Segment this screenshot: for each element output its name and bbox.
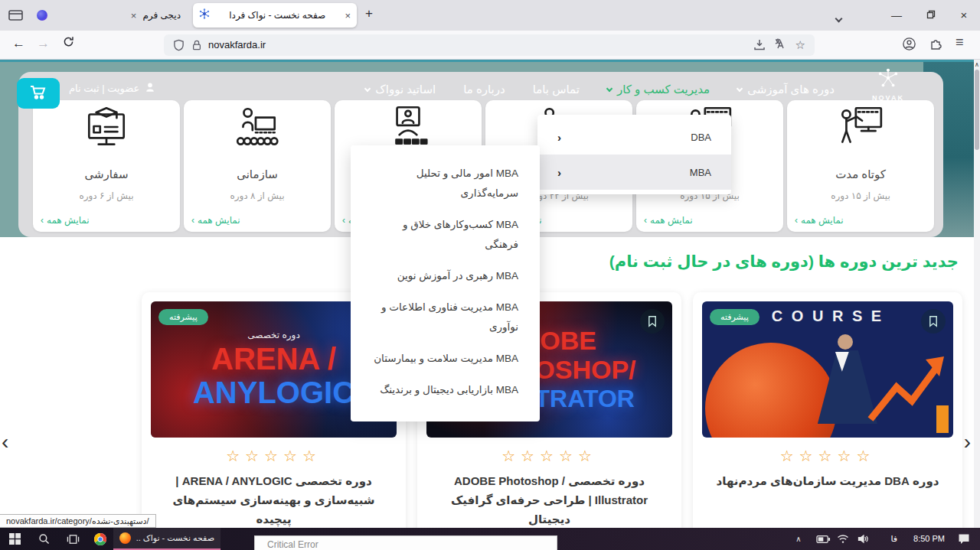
- start-button[interactable]: [5, 531, 24, 547]
- category-card-organizational[interactable]: سازمانی بیش از ۸ دوره ‹ نمایش همه: [184, 100, 331, 232]
- level-badge: پیشرفته: [710, 309, 760, 325]
- growth-arrow-graphic: [866, 341, 950, 436]
- close-tab-icon[interactable]: ×: [131, 10, 137, 21]
- reload-button[interactable]: [63, 36, 74, 51]
- nav-item-courses[interactable]: دوره های آموزشی: [737, 83, 835, 96]
- screen: × دیجی فرم صفحه نخست - نواک فردا × +: [0, 0, 980, 550]
- nav-label: اساتید نوواک: [375, 83, 436, 96]
- nav-item-business-management[interactable]: مدیریت کسب و کار: [607, 83, 710, 96]
- windows-taskbar: صفحه نخست - نواک ... Critical Error ∧ فا: [0, 528, 980, 550]
- battery-icon[interactable]: [813, 531, 833, 547]
- tray-expand-icon[interactable]: ∧: [789, 531, 808, 547]
- course-title[interactable]: دوره DBA مدیریت سازمان‌های مردم‌نهاد: [705, 471, 950, 490]
- chevron-left-icon: ‹: [795, 215, 798, 226]
- carousel-prev-icon[interactable]: ‹: [2, 430, 8, 454]
- shield-icon[interactable]: [173, 39, 185, 54]
- submenu-item[interactable]: MBA بازاریابی دیجیتال و برندینگ: [372, 380, 518, 400]
- tab-novakfarda[interactable]: صفحه نخست - نواک فردا ×: [193, 3, 357, 28]
- notification-center-icon[interactable]: [954, 531, 974, 547]
- back-button[interactable]: ←: [12, 36, 25, 51]
- scrollbar-thumb[interactable]: [975, 70, 979, 150]
- lock-icon[interactable]: [191, 39, 202, 54]
- forward-button[interactable]: →: [37, 36, 50, 51]
- course-title[interactable]: دوره تخصصی ARENA / ANYLOGIC | شبیه‌سازی …: [154, 471, 394, 528]
- search-icon[interactable]: [34, 531, 54, 547]
- firefox-view-icon[interactable]: [8, 8, 28, 22]
- account-icon[interactable]: [902, 37, 916, 54]
- star-rating[interactable]: ☆☆☆☆☆: [417, 447, 681, 465]
- minimize-button[interactable]: —: [885, 8, 908, 23]
- bookmark-icon[interactable]: [921, 309, 946, 334]
- bookmark-icon[interactable]: [640, 309, 665, 334]
- show-all-link[interactable]: ‹ نمایش همه: [644, 215, 693, 226]
- address-bar[interactable]: novakfarda.ir ☆: [164, 34, 815, 56]
- scroll-up-icon[interactable]: ∧: [974, 61, 980, 68]
- chevron-left-icon: ‹: [41, 215, 44, 226]
- signup-login-link[interactable]: عضویت | ثبت نام: [69, 82, 155, 95]
- list-all-tabs-icon[interactable]: [836, 11, 841, 24]
- wifi-icon[interactable]: [833, 531, 853, 547]
- star-rating[interactable]: ☆☆☆☆☆: [693, 447, 962, 465]
- nav-label: مدیریت کسب و کار: [617, 83, 710, 96]
- site-logo[interactable]: NOVAK: [841, 67, 936, 107]
- nav-label: تماس باما: [533, 83, 580, 96]
- firefox-taskbar-button[interactable]: صفحه نخست - نواک ...: [113, 528, 220, 550]
- download-icon[interactable]: [753, 38, 766, 54]
- submenu-item[interactable]: MBA رهبری در آموزش نوین: [372, 266, 518, 286]
- menu-hamburger-icon[interactable]: ≡: [956, 34, 964, 50]
- submenu-item[interactable]: MBA کسب‌وکارهای خلاق و فرهنگی: [372, 215, 518, 255]
- cart-icon: [29, 83, 47, 103]
- submenu-item[interactable]: MBA مدیریت فناوری اطلاعات و نوآوری: [372, 298, 518, 337]
- chevron-left-icon: ‹: [342, 215, 345, 226]
- category-title: سفارشی: [33, 168, 180, 181]
- translate-icon[interactable]: [774, 37, 787, 54]
- bookmark-star-icon[interactable]: ☆: [795, 38, 805, 52]
- category-card-short-term[interactable]: کوتاه مدت بیش از ۱۵ دوره ‹ نمایش همه: [787, 100, 934, 232]
- language-indicator[interactable]: فا: [890, 534, 897, 544]
- clock[interactable]: 8:50 PM: [913, 534, 945, 543]
- dropdown-item-mba[interactable]: MBA ‹: [537, 155, 731, 190]
- show-all-link[interactable]: ‹ نمایش همه: [191, 215, 240, 226]
- new-tab-button[interactable]: +: [365, 6, 373, 21]
- level-badge: پیشرفته: [158, 309, 208, 325]
- cart-button[interactable]: [17, 78, 60, 109]
- volume-icon[interactable]: [853, 531, 873, 547]
- web-page: عضویت | ثبت نام دوره های آموزشی مدیریت ک…: [0, 60, 980, 528]
- star-rating[interactable]: ☆☆☆☆☆: [142, 447, 406, 465]
- logo-text: NOVAK: [872, 94, 904, 102]
- business-management-dropdown: DBA ‹ MBA ‹: [537, 115, 731, 194]
- tab-title: دیجی فرم: [142, 10, 181, 21]
- error-window-title: Critical Error: [267, 539, 318, 550]
- section-heading: جدید ترین دوره ها (دوره های در حال ثبت ن…: [609, 252, 959, 271]
- nav-label: دوره های آموزشی: [747, 83, 835, 96]
- restore-button[interactable]: [920, 8, 942, 23]
- show-all-link[interactable]: ‹ نمایش همه: [795, 215, 844, 226]
- link-status-tooltip: novakfarda.ir/category/دستهبندی-نشده/: [0, 514, 156, 528]
- logo-subtitle-lines: [866, 103, 910, 107]
- category-card-custom[interactable]: سفارشی بیش از ۶ دوره ‹ نمایش همه: [33, 100, 180, 232]
- nav-item-contact[interactable]: تماس باما: [533, 83, 580, 96]
- nav-item-about[interactable]: درباره ما: [463, 83, 505, 96]
- show-all-link[interactable]: ‹ نمایش همه: [41, 215, 90, 226]
- logo-network-icon: [875, 67, 901, 93]
- extensions-puzzle-icon[interactable]: [929, 37, 943, 54]
- nav-item-instructors[interactable]: اساتید نوواک: [365, 83, 436, 96]
- carousel-next-icon[interactable]: ›: [964, 430, 971, 454]
- category-count: بیش از ۶ دوره: [33, 190, 180, 201]
- user-icon: [145, 82, 155, 95]
- submenu-item[interactable]: MBA امور مالی و تحلیل سرمایه‌گذاری: [372, 164, 518, 203]
- close-tab-icon[interactable]: ×: [345, 10, 351, 21]
- category-title: کوتاه مدت: [787, 168, 934, 181]
- course-title[interactable]: دوره تخصصی ADOBE Photoshop / Illustrator…: [430, 471, 669, 528]
- monitor-graduation-icon: [81, 105, 132, 152]
- close-window-button[interactable]: ×: [952, 8, 975, 23]
- critical-error-window[interactable]: Critical Error: [254, 535, 557, 550]
- task-view-icon[interactable]: [63, 531, 83, 547]
- submenu-item[interactable]: MBA مدیریت سلامت و بیمارستان: [372, 349, 518, 369]
- presenter-icon: [232, 105, 283, 152]
- chevron-down-icon: [364, 85, 371, 91]
- chrome-icon[interactable]: [90, 531, 110, 547]
- course-card-dba-ngo[interactable]: C O U R S E پیشرفته ☆☆☆☆☆ دوره DBA مدیری…: [693, 292, 962, 528]
- dropdown-item-dba[interactable]: DBA ‹: [537, 119, 731, 155]
- tab-digiform[interactable]: × دیجی فرم: [29, 4, 188, 27]
